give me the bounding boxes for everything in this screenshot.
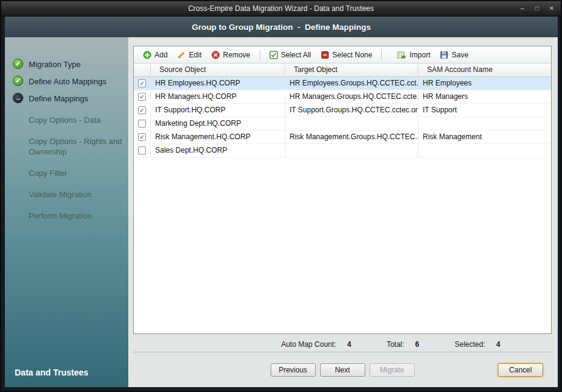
- table-row[interactable]: Marketing Dept.HQ.CORP: [134, 117, 551, 131]
- row-checkbox[interactable]: [138, 147, 146, 154]
- row-checkbox[interactable]: ✓: [138, 106, 146, 114]
- footer-bar: Previous Next Migrate Cancel: [133, 352, 552, 387]
- cell-sam: Risk Management: [418, 131, 551, 143]
- select-none-button[interactable]: Select None: [316, 49, 376, 61]
- cell-target: [285, 117, 418, 130]
- step-label: Perform Migration: [29, 210, 92, 221]
- select-all-icon: [269, 51, 278, 59]
- cell-checkbox: [134, 117, 151, 130]
- previous-button[interactable]: Previous: [271, 363, 316, 377]
- edit-button[interactable]: Edit: [173, 49, 206, 61]
- header-checkbox-column: [134, 64, 151, 77]
- selected-count-value: 4: [496, 340, 500, 349]
- sidebar-step[interactable]: Validate Migration: [5, 186, 128, 203]
- next-button[interactable]: Next: [320, 363, 365, 377]
- cell-sam: HR Employees: [418, 77, 551, 90]
- step-label: Migration Type: [29, 59, 81, 70]
- sidebar-step[interactable]: ✓Migration Type: [5, 56, 128, 73]
- cell-target: [285, 144, 418, 157]
- step-label: Define Auto Mappings: [29, 76, 106, 87]
- cell-checkbox: ✓: [134, 77, 151, 90]
- migrate-button[interactable]: Migrate: [370, 363, 415, 377]
- page-title: Group to Group Migration - Define Mappin…: [192, 23, 371, 32]
- step-label: Copy Options - Data: [29, 114, 101, 125]
- table-row[interactable]: Sales Dept.HQ.CORP: [134, 144, 551, 158]
- cell-checkbox: ✓: [134, 104, 151, 117]
- step-label: Copy Options - Rights and Ownership: [29, 136, 122, 157]
- mapping-table-body: ✓HR Employees.HQ.CORPHR Employees.Groups…: [134, 77, 551, 333]
- cell-source: HR Employees.HQ.CORP: [151, 77, 285, 90]
- column-header-sam-account-name[interactable]: SAM Account Name: [418, 64, 551, 77]
- cell-source: Risk Management.HQ.CORP: [151, 131, 285, 143]
- sidebar-step[interactable]: Copy Options - Rights and Ownership: [5, 132, 128, 160]
- table-row[interactable]: ✓Risk Management.HQ.CORPRisk Management.…: [134, 131, 551, 144]
- column-header-target-object[interactable]: Target Object: [285, 64, 418, 77]
- cell-sam: [418, 117, 551, 130]
- title-bar[interactable]: Cross-Empire Data Migration Wizard - Dat…: [1, 1, 561, 16]
- table-row[interactable]: ✓IT Support.HQ.CORPIT Support.Groups.HQ.…: [134, 104, 551, 117]
- import-button[interactable]: Import: [393, 49, 434, 61]
- row-checkbox[interactable]: ✓: [138, 79, 146, 87]
- sidebar-step[interactable]: Copy Filter: [5, 164, 128, 181]
- table-row[interactable]: ✓HR Managers.HQ.CORPHR Managers.Groups.H…: [134, 90, 551, 104]
- total-count-value: 6: [415, 340, 420, 349]
- sidebar-step[interactable]: →Define Mappings: [5, 90, 128, 107]
- step-current-icon: →: [13, 93, 23, 103]
- window-controls: – □ ✕: [518, 1, 556, 16]
- remove-button[interactable]: Remove: [207, 49, 255, 61]
- cell-checkbox: [134, 144, 151, 157]
- cancel-button[interactable]: Cancel: [498, 363, 543, 377]
- cell-checkbox: ✓: [134, 90, 151, 103]
- window-title: Cross-Empire Data Migration Wizard - Dat…: [1, 4, 561, 13]
- cell-source: IT Support.HQ.CORP: [151, 104, 285, 117]
- step-done-icon: ✓: [13, 59, 23, 69]
- step-label: Copy Filter: [29, 167, 67, 178]
- cell-sam: [418, 144, 551, 157]
- import-icon: [397, 51, 406, 59]
- row-checkbox[interactable]: ✓: [138, 93, 146, 101]
- row-checkbox[interactable]: [138, 120, 146, 128]
- row-checkbox[interactable]: ✓: [138, 133, 146, 141]
- auto-map-count-value: 4: [347, 340, 351, 349]
- sidebar-step[interactable]: Perform Migration: [5, 207, 128, 224]
- selected-count: Selected: 4: [454, 340, 500, 349]
- add-button[interactable]: Add: [139, 49, 172, 61]
- save-button[interactable]: Save: [436, 49, 472, 61]
- window-frame: Group to Group Migration - Define Mappin…: [5, 16, 558, 387]
- sidebar-step[interactable]: ✓Define Auto Mappings: [5, 73, 128, 90]
- sidebar: ✓Migration Type✓Define Auto Mappings→Def…: [5, 37, 128, 387]
- toolbar: Add Edit Remove Select: [134, 46, 551, 64]
- cell-target: Risk Management.Groups.HQ.CCTEC....: [285, 131, 418, 143]
- select-all-button[interactable]: Select All: [265, 49, 315, 61]
- cell-checkbox: ✓: [134, 131, 151, 143]
- table-header: Source Object Target Object SAM Account …: [134, 64, 551, 77]
- add-icon: [143, 51, 151, 59]
- sidebar-step[interactable]: Copy Options - Data: [5, 111, 128, 128]
- cell-target: HR Managers.Groups.HQ.CCTEC.ccte...: [285, 90, 418, 103]
- auto-map-count: Auto Map Count: 4: [281, 340, 351, 349]
- page-header: Group to Group Migration - Define Mappin…: [5, 16, 558, 37]
- main-content: Add Edit Remove Select: [128, 37, 558, 387]
- step-label: Define Mappings: [29, 93, 89, 104]
- column-header-source-object[interactable]: Source Object: [151, 64, 285, 77]
- cell-source: Marketing Dept.HQ.CORP: [151, 117, 285, 130]
- toolbar-separator: [260, 49, 260, 60]
- cell-target: HR Employees.Groups.HQ.CCTEC.cct...: [285, 77, 418, 90]
- cell-source: Sales Dept.HQ.CORP: [151, 144, 285, 157]
- remove-icon: [211, 51, 220, 59]
- pencil-icon: [177, 51, 186, 59]
- status-bar: Auto Map Count: 4 Total: 6 Selected: 4: [133, 337, 552, 352]
- maximize-button[interactable]: □: [533, 5, 541, 12]
- mapping-panel: Add Edit Remove Select: [133, 46, 552, 334]
- table-row[interactable]: ✓HR Employees.HQ.CORPHR Employees.Groups…: [134, 77, 551, 90]
- wizard-window: Cross-Empire Data Migration Wizard - Dat…: [0, 0, 562, 392]
- total-count: Total: 6: [387, 340, 419, 349]
- step-label: Validate Migration: [29, 189, 92, 200]
- close-button[interactable]: ✕: [547, 5, 556, 12]
- select-none-icon: [321, 51, 329, 59]
- toolbar-separator: [381, 49, 382, 60]
- save-icon: [440, 51, 448, 59]
- minimize-button[interactable]: –: [518, 5, 527, 12]
- cell-source: HR Managers.HQ.CORP: [151, 90, 285, 103]
- cell-target: IT Support.Groups.HQ.CCTEC.cctec.org: [285, 104, 418, 117]
